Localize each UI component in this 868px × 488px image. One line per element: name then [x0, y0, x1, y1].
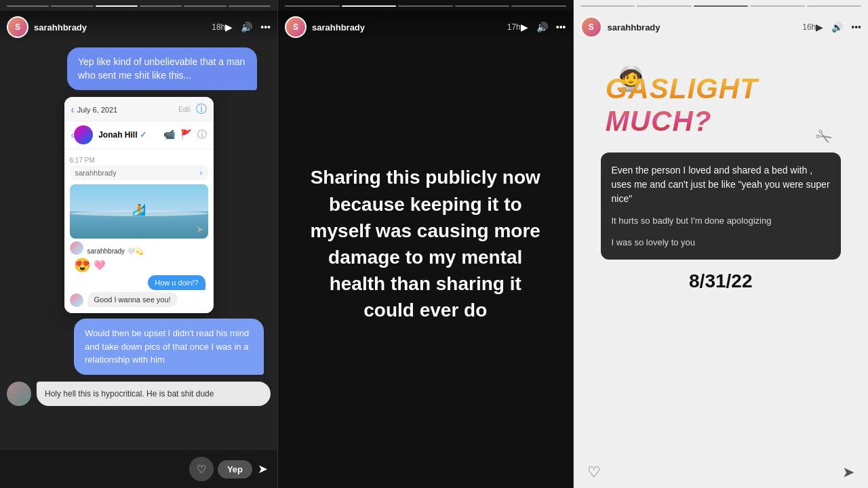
story-controls-2: ▶ 🔊 •••: [521, 22, 566, 33]
progress-bar: [184, 5, 226, 7]
progress-bar: [750, 5, 805, 7]
progress-bar: [229, 5, 271, 7]
story-header-2: S sarahhbrady 17h ▶ 🔊 •••: [278, 11, 573, 43]
time-1: 18h: [212, 22, 225, 32]
mention-name: sarahhbrady: [75, 169, 117, 177]
send-button-3[interactable]: ➤: [842, 464, 854, 481]
iphone-date-label: July 6, 2021: [77, 106, 117, 114]
progress-bar: [694, 5, 749, 7]
bubble-top: Yep like kind of unbelievable that a man…: [67, 47, 257, 90]
date-label: 8/31/22: [689, 270, 752, 292]
center-message: Sharing this publicly now because keepin…: [278, 137, 573, 350]
mention-bar: sarahhbrady ›: [70, 165, 208, 180]
username-2: sarahhbrady: [312, 22, 505, 33]
send-photo-icon[interactable]: ➤: [196, 224, 204, 235]
progress-bar: [455, 5, 510, 7]
mini-avatar: [70, 241, 83, 255]
progress-bars-3: [574, 0, 869, 9]
heart-button-1[interactable]: ♡: [189, 457, 214, 481]
time-3: 16h: [802, 22, 816, 32]
story-controls-1: ▶ 🔊 •••: [225, 22, 271, 33]
left-chat-row: Good I wanna see you!: [70, 292, 208, 307]
gaslight-image: 🧑‍🚀 GASLIGHT MUCH? ✂: [606, 58, 836, 152]
play-button-2[interactable]: ▶: [521, 22, 528, 33]
verified-icon: ✓: [140, 130, 146, 140]
emoji-heart2: 🩷: [94, 260, 105, 270]
iphone-chat-area: 6:17 PM sarahhbrady ›: [64, 149, 214, 313]
footer-1: ♡ Yep ➤: [0, 450, 277, 488]
surf-image: 🏄 ➤: [70, 184, 208, 239]
messages-box: Even the person I loved and shared a bed…: [601, 152, 842, 260]
story-panel-2: S sarahhbrady 17h ▶ 🔊 ••• Sharing this p…: [278, 0, 574, 488]
left-bubble: Good I wanna see you!: [87, 292, 178, 307]
progress-bar: [51, 5, 93, 7]
story-panel-3: S sarahhbrady 16h ▶ 🔊 ••• 🧑‍🚀 GASLIGHT M…: [574, 0, 869, 488]
play-button-1[interactable]: ▶: [225, 22, 233, 33]
progress-bar: [342, 5, 397, 7]
username-3: sarahhbrady: [608, 22, 800, 33]
bottom-comment: Holy hell this is hypocritical. He is ba…: [37, 382, 271, 407]
mute-button-3[interactable]: 🔊: [831, 22, 843, 33]
story-header-3: S sarahhbrady 16h ▶ 🔊 •••: [574, 11, 869, 43]
gaslight-area: 🧑‍🚀 GASLIGHT MUCH? ✂ Even the person I l…: [574, 51, 869, 299]
yep-button[interactable]: Yep: [218, 460, 252, 479]
progress-bars-1: [0, 0, 277, 9]
iphone-screenshot: ‹ July 6, 2021 Edit ⓘ ‹ Jonah Hill ✓ 📹 🚩…: [64, 97, 214, 313]
iphone-edit[interactable]: Edit: [178, 106, 190, 113]
footer-3: ♡ ➤: [574, 457, 869, 488]
username-1: sarahhbrady: [34, 22, 209, 33]
right-bubble: How u doin!?: [148, 275, 205, 290]
right-chat-row: How u doin!?: [70, 275, 208, 290]
avatar-1: S: [7, 16, 28, 38]
message-3: I was so lovely to you: [612, 236, 831, 249]
progress-bar: [96, 5, 138, 7]
gaslight-text: GASLIGHT MUCH?: [606, 73, 836, 138]
avatar-3: S: [580, 16, 602, 38]
mute-button-1[interactable]: 🔊: [241, 22, 252, 33]
progress-bar: [807, 5, 862, 7]
more-button-2[interactable]: •••: [556, 22, 566, 33]
send-button-1[interactable]: ➤: [258, 462, 268, 476]
dm-avatar: [74, 125, 93, 144]
story-header-1: S sarahhbrady 18h ▶ 🔊 •••: [0, 11, 277, 43]
progress-bar: [580, 5, 635, 7]
message-2: It hurts so badly but I'm done apologizi…: [612, 214, 831, 228]
heart-button-3[interactable]: ♡: [587, 464, 601, 481]
story-panel-1: S sarahhbrady 18h ▶ 🔊 ••• Yep like kind …: [0, 0, 278, 488]
commenter-avatar: [7, 382, 31, 406]
story-controls-3: ▶ 🔊 •••: [816, 22, 861, 33]
mute-button-2[interactable]: 🔊: [536, 22, 548, 33]
emoji-heart: 😍: [74, 257, 91, 273]
iphone-header: ‹ July 6, 2021 Edit ⓘ: [64, 97, 214, 121]
progress-bars-2: [278, 0, 573, 9]
progress-bar: [7, 5, 49, 7]
bubble-bottom: Would then be upset I didn't read his mi…: [74, 319, 264, 375]
back-arrow[interactable]: ‹: [71, 104, 75, 116]
surfer-figure: 🏄: [132, 203, 146, 216]
main-text: Sharing this publicly now because keepin…: [305, 164, 546, 323]
dm-name: Jonah Hill ✓: [98, 130, 146, 140]
flag-icon[interactable]: 🚩: [180, 129, 192, 141]
progress-bar: [511, 5, 566, 7]
progress-bar: [398, 5, 453, 7]
iphone-info[interactable]: ⓘ: [196, 102, 207, 117]
iphone-dm-header: ‹ Jonah Hill ✓ 📹 🚩 ⓘ: [64, 121, 214, 149]
progress-bar: [637, 5, 692, 7]
avatar-2: S: [285, 16, 307, 38]
mention-arrow[interactable]: ›: [200, 168, 203, 178]
bottom-comment-section: Holy hell this is hypocritical. He is ba…: [0, 379, 277, 409]
more-button-1[interactable]: •••: [260, 22, 271, 33]
emoji-row: 😍 🩷: [74, 257, 208, 273]
dm-icons: 📹 🚩 ⓘ: [163, 129, 207, 141]
info-icon[interactable]: ⓘ: [197, 129, 207, 141]
video-icon[interactable]: 📹: [163, 129, 175, 141]
progress-bar: [140, 5, 182, 7]
chat-time: 6:17 PM: [70, 157, 95, 164]
username-tag: sarahhbrady 🤍💫: [87, 247, 143, 255]
chat-row-username: sarahhbrady 🤍💫: [70, 241, 208, 255]
left-avatar: [70, 293, 83, 307]
panel1-content: Yep like kind of unbelievable that a man…: [0, 0, 277, 488]
more-button-3[interactable]: •••: [851, 22, 861, 33]
play-button-3[interactable]: ▶: [816, 22, 823, 33]
time-2: 17h: [507, 22, 521, 32]
